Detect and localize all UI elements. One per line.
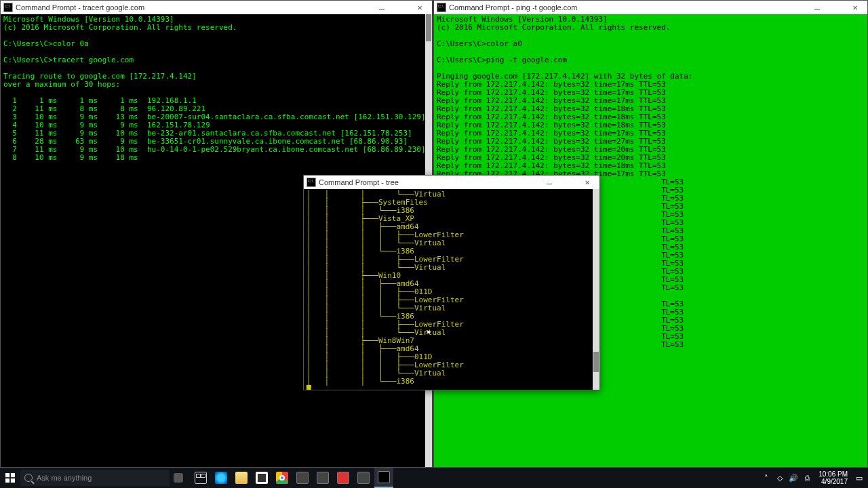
app-button-2[interactable]: [313, 468, 332, 488]
titlebar-tracert[interactable]: Command Prompt - tracert google.com: [1, 1, 432, 14]
scrollbar-vertical[interactable]: [593, 189, 599, 390]
titlebar-ping[interactable]: Command Prompt - ping -t google.com: [434, 1, 867, 14]
cmd-icon: [3, 3, 13, 12]
svg-rect-3: [11, 479, 15, 483]
chrome-button[interactable]: [273, 468, 292, 488]
start-button[interactable]: [0, 468, 20, 488]
title-ping: Command Prompt - ping -t google.com: [449, 3, 808, 12]
tray-icon-4[interactable]: ⎙: [802, 473, 812, 483]
title-tree: Command Prompt - tree: [319, 178, 540, 186]
tray-chevron-up-icon[interactable]: ˄: [762, 473, 771, 483]
file-explorer-button[interactable]: [232, 468, 251, 488]
scrollbar-thumb[interactable]: [593, 352, 599, 372]
taskbar-apps: [191, 468, 393, 488]
volume-icon[interactable]: 🔊: [789, 473, 798, 483]
cortana-search[interactable]: Ask me anything: [20, 470, 170, 486]
edge-browser-button[interactable]: [212, 468, 231, 488]
maximize-button[interactable]: [391, 1, 410, 14]
terminal-output-tree[interactable]: │ │ │ └───Virtual │ │ ├───SystemFiles │ …: [304, 189, 599, 390]
taskbar: Ask me anything ˄ ◇ 🔊 ⎙ 10:06 PM 4/9/201…: [0, 468, 868, 488]
app-button-3[interactable]: [334, 468, 353, 488]
scrollbar-thumb[interactable]: [426, 14, 431, 41]
windows-store-button[interactable]: [252, 468, 271, 488]
clock[interactable]: 10:06 PM 4/9/2017: [816, 470, 850, 485]
task-view-button[interactable]: [191, 468, 210, 488]
search-placeholder: Ask me anything: [37, 474, 92, 482]
maximize-button[interactable]: [559, 176, 578, 188]
titlebar-tree[interactable]: Command Prompt - tree: [304, 176, 599, 189]
svg-rect-0: [5, 473, 9, 477]
microphone-icon[interactable]: [174, 473, 183, 483]
notifications-icon[interactable]: ▭: [854, 473, 864, 483]
minimize-button[interactable]: [540, 176, 559, 188]
close-button[interactable]: [578, 176, 597, 188]
search-icon: [24, 474, 33, 482]
windows-logo-icon: [5, 473, 15, 483]
system-tray: ˄ ◇ 🔊 ⎙ 10:06 PM 4/9/2017 ▭: [762, 470, 868, 485]
close-button[interactable]: [410, 1, 429, 14]
cmd-icon: [307, 178, 316, 187]
minimize-button[interactable]: [372, 1, 391, 14]
title-tracert: Command Prompt - tracert google.com: [16, 3, 372, 12]
maximize-button[interactable]: [827, 1, 846, 14]
svg-rect-2: [5, 479, 9, 483]
close-button[interactable]: [846, 1, 865, 14]
cmd-icon: [437, 3, 446, 12]
svg-rect-1: [11, 473, 15, 477]
cmd-window-tree: Command Prompt - tree │ │ │ └───Virtual …: [303, 175, 600, 390]
app-button-1[interactable]: [293, 468, 312, 488]
cmd-taskbar-button[interactable]: [374, 468, 393, 488]
clock-time: 10:06 PM: [818, 470, 848, 478]
clock-date: 4/9/2017: [818, 478, 848, 485]
minimize-button[interactable]: [808, 1, 827, 14]
network-icon[interactable]: ◇: [775, 473, 785, 483]
app-button-4[interactable]: [354, 468, 373, 488]
